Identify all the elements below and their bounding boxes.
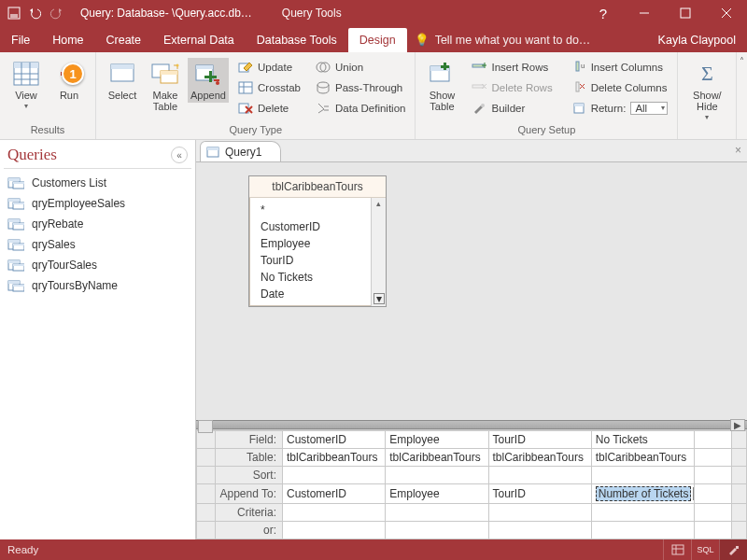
nav-collapse-button[interactable]: « (171, 147, 188, 163)
row-selector[interactable] (197, 467, 216, 484)
grid-cell[interactable]: Employee (386, 484, 488, 504)
grid-cell[interactable]: Employee (386, 431, 488, 449)
insert-columns-button[interactable]: uInsert Columns (568, 58, 672, 77)
table-field[interactable]: * (249, 202, 371, 218)
table-field[interactable]: CustomerID (249, 218, 371, 235)
tab-create[interactable]: Create (95, 28, 153, 52)
grid-cell[interactable] (695, 431, 732, 449)
union-button[interactable]: Union (312, 58, 409, 77)
row-selector[interactable] (197, 449, 216, 467)
nav-item-3[interactable]: qrySales (2, 234, 193, 255)
datasheet-view-button[interactable] (663, 539, 691, 560)
grid-cell[interactable] (488, 522, 591, 539)
grid-cell[interactable]: CustomerID (283, 431, 386, 449)
grid-cell[interactable]: tblCaribbeanTours (591, 449, 694, 467)
close-button[interactable] (706, 0, 747, 26)
grid-cell[interactable] (283, 504, 386, 522)
view-button[interactable]: View ▾ (6, 58, 47, 113)
grid-cell[interactable] (386, 522, 488, 539)
table-field[interactable]: Date (249, 286, 371, 302)
grid-cell[interactable]: tblCaribbeanTours (488, 449, 591, 467)
delete-columns-button[interactable]: Delete Columns (568, 78, 672, 97)
grid-cell[interactable] (488, 504, 591, 522)
grid-cell[interactable]: No Tickets (591, 431, 694, 449)
grid-cell[interactable] (386, 467, 488, 484)
maximize-button[interactable] (665, 0, 706, 26)
sql-view-button[interactable]: SQL (691, 539, 719, 560)
grid-cell[interactable] (488, 467, 591, 484)
grid-cell-editing[interactable]: Number of Tickets (596, 486, 692, 501)
append-button[interactable]: Append (188, 58, 229, 103)
tab-external-data[interactable]: External Data (152, 28, 246, 52)
grid-cell[interactable] (591, 522, 694, 539)
scroll-up-icon[interactable]: ▴ (376, 198, 381, 209)
table-field[interactable]: Employee (249, 235, 371, 252)
grid-cell[interactable] (591, 467, 694, 484)
delete-rows-button[interactable]: Delete Rows (468, 78, 556, 97)
grid-cell[interactable]: CustomerID (283, 484, 386, 504)
return-combo[interactable]: All▾ (630, 102, 668, 115)
grid-cell[interactable] (591, 504, 694, 522)
table-window-scrollbar[interactable]: ▴ ▾ (371, 198, 386, 306)
row-selector[interactable] (197, 522, 216, 539)
insert-rows-button[interactable]: Insert Rows (468, 58, 556, 77)
grid-cell[interactable] (695, 522, 732, 539)
update-button[interactable]: Update (234, 58, 304, 77)
row-selector[interactable] (197, 484, 216, 504)
query-design-upper-pane[interactable]: tblCaribbeanTours *CustomerIDEmployeeTou… (196, 162, 747, 420)
grid-cell[interactable]: TourID (488, 484, 591, 504)
nav-item-4[interactable]: qryTourSales (2, 255, 193, 275)
save-icon[interactable] (7, 7, 21, 20)
tab-query1[interactable]: Query1 (200, 141, 281, 161)
builder-button[interactable]: Builder (468, 99, 556, 118)
design-grid-splitter[interactable] (196, 420, 747, 429)
grid-cell[interactable] (283, 522, 386, 539)
tell-me-search[interactable]: 💡 Tell me what you want to do… (407, 27, 647, 52)
pass-through-button[interactable]: Pass-Through (312, 78, 409, 97)
query-design-grid[interactable]: Field:CustomerIDEmployeeTourIDNo Tickets… (196, 429, 747, 539)
redo-icon[interactable] (49, 7, 62, 20)
minimize-button[interactable] (624, 0, 665, 26)
show-hide-button[interactable]: Σ Show/ Hide ▾ (684, 58, 730, 124)
nav-item-0[interactable]: Customers List (2, 173, 193, 193)
account-user[interactable]: Kayla Claypool (647, 28, 747, 52)
select-button[interactable]: Select (102, 58, 143, 103)
tab-design[interactable]: Design (348, 28, 407, 52)
grid-cell[interactable] (695, 504, 732, 522)
nav-item-5[interactable]: qryToursByName (2, 275, 193, 296)
ribbon-collapse-button[interactable]: ˄ (737, 52, 747, 139)
grid-cell[interactable]: tblCaribbeanTours (283, 449, 386, 467)
crosstab-button[interactable]: Crosstab (234, 78, 304, 97)
scroll-down-icon[interactable]: ▾ (374, 293, 385, 304)
nav-item-1[interactable]: qryEmployeeSales (2, 193, 193, 214)
help-button[interactable]: ? (583, 0, 624, 26)
grid-cell[interactable] (695, 467, 732, 484)
design-view-button[interactable] (719, 539, 747, 560)
make-table-button[interactable]: Make Table (145, 58, 186, 114)
table-field[interactable]: No Tickets (249, 269, 371, 286)
grid-cell[interactable] (386, 504, 488, 522)
row-selector[interactable] (197, 504, 216, 522)
table-window-title[interactable]: tblCaribbeanTours (249, 176, 386, 198)
grid-cell[interactable] (695, 449, 732, 467)
grid-scroll-gutter (732, 431, 747, 449)
tab-database-tools[interactable]: Database Tools (246, 28, 348, 52)
undo-icon[interactable] (28, 7, 41, 20)
table-window[interactable]: tblCaribbeanTours *CustomerIDEmployeeTou… (248, 175, 387, 307)
grid-cell[interactable]: Number of Tickets▾ (591, 484, 694, 504)
nav-category-title[interactable]: Queries (7, 146, 165, 164)
close-tab-button[interactable]: × (735, 144, 741, 157)
tab-home[interactable]: Home (41, 28, 94, 52)
row-selector[interactable] (197, 431, 216, 449)
return-control[interactable]: Return: All▾ (568, 99, 672, 118)
grid-cell[interactable] (283, 467, 386, 484)
tab-file[interactable]: File (0, 28, 41, 52)
grid-cell[interactable]: tblCaribbeanTours (386, 449, 488, 467)
nav-item-2[interactable]: qryRebate (2, 214, 193, 234)
delete-query-button[interactable]: Delete (234, 99, 304, 118)
show-table-button[interactable]: Show Table (421, 58, 462, 114)
grid-cell[interactable] (695, 484, 732, 504)
grid-cell[interactable]: TourID (488, 431, 591, 449)
data-definition-button[interactable]: Data Definition (312, 99, 409, 118)
table-field[interactable]: TourID (249, 252, 371, 269)
